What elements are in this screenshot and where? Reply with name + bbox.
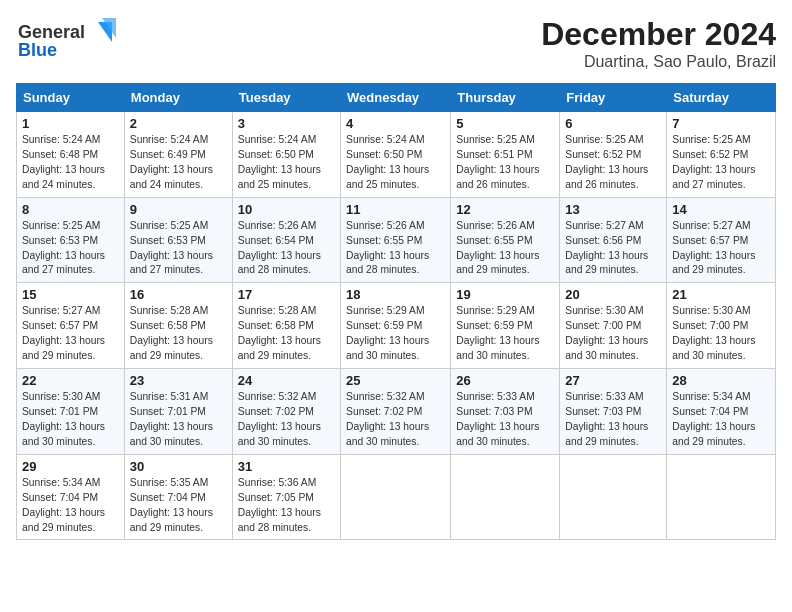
calendar-cell: 25Sunrise: 5:32 AMSunset: 7:02 PMDayligh…	[341, 369, 451, 455]
day-number: 27	[565, 373, 661, 388]
day-info: Sunrise: 5:36 AMSunset: 7:05 PMDaylight:…	[238, 476, 335, 536]
day-number: 29	[22, 459, 119, 474]
calendar-cell: 21Sunrise: 5:30 AMSunset: 7:00 PMDayligh…	[667, 283, 776, 369]
day-number: 21	[672, 287, 770, 302]
calendar-cell: 26Sunrise: 5:33 AMSunset: 7:03 PMDayligh…	[451, 369, 560, 455]
calendar-cell: 5Sunrise: 5:25 AMSunset: 6:51 PMDaylight…	[451, 112, 560, 198]
day-info: Sunrise: 5:35 AMSunset: 7:04 PMDaylight:…	[130, 476, 227, 536]
day-number: 1	[22, 116, 119, 131]
weekday-sunday: Sunday	[17, 84, 125, 112]
day-info: Sunrise: 5:25 AMSunset: 6:52 PMDaylight:…	[565, 133, 661, 193]
calendar-cell: 12Sunrise: 5:26 AMSunset: 6:55 PMDayligh…	[451, 197, 560, 283]
week-row-2: 8Sunrise: 5:25 AMSunset: 6:53 PMDaylight…	[17, 197, 776, 283]
weekday-thursday: Thursday	[451, 84, 560, 112]
day-number: 30	[130, 459, 227, 474]
calendar-cell: 19Sunrise: 5:29 AMSunset: 6:59 PMDayligh…	[451, 283, 560, 369]
calendar-cell: 11Sunrise: 5:26 AMSunset: 6:55 PMDayligh…	[341, 197, 451, 283]
day-number: 24	[238, 373, 335, 388]
day-info: Sunrise: 5:34 AMSunset: 7:04 PMDaylight:…	[672, 390, 770, 450]
calendar-table: SundayMondayTuesdayWednesdayThursdayFrid…	[16, 83, 776, 540]
day-info: Sunrise: 5:25 AMSunset: 6:53 PMDaylight:…	[130, 219, 227, 279]
day-number: 25	[346, 373, 445, 388]
day-info: Sunrise: 5:26 AMSunset: 6:54 PMDaylight:…	[238, 219, 335, 279]
week-row-5: 29Sunrise: 5:34 AMSunset: 7:04 PMDayligh…	[17, 454, 776, 540]
day-number: 2	[130, 116, 227, 131]
calendar-cell: 3Sunrise: 5:24 AMSunset: 6:50 PMDaylight…	[232, 112, 340, 198]
day-number: 14	[672, 202, 770, 217]
day-info: Sunrise: 5:31 AMSunset: 7:01 PMDaylight:…	[130, 390, 227, 450]
weekday-monday: Monday	[124, 84, 232, 112]
day-number: 26	[456, 373, 554, 388]
calendar-cell: 6Sunrise: 5:25 AMSunset: 6:52 PMDaylight…	[560, 112, 667, 198]
day-info: Sunrise: 5:34 AMSunset: 7:04 PMDaylight:…	[22, 476, 119, 536]
calendar-cell: 18Sunrise: 5:29 AMSunset: 6:59 PMDayligh…	[341, 283, 451, 369]
calendar-cell: 8Sunrise: 5:25 AMSunset: 6:53 PMDaylight…	[17, 197, 125, 283]
calendar-body: 1Sunrise: 5:24 AMSunset: 6:48 PMDaylight…	[17, 112, 776, 540]
calendar-cell	[341, 454, 451, 540]
day-info: Sunrise: 5:27 AMSunset: 6:56 PMDaylight:…	[565, 219, 661, 279]
day-info: Sunrise: 5:28 AMSunset: 6:58 PMDaylight:…	[130, 304, 227, 364]
calendar-cell	[451, 454, 560, 540]
svg-text:General: General	[18, 22, 85, 42]
day-number: 15	[22, 287, 119, 302]
day-number: 18	[346, 287, 445, 302]
calendar-cell: 16Sunrise: 5:28 AMSunset: 6:58 PMDayligh…	[124, 283, 232, 369]
calendar-cell	[560, 454, 667, 540]
calendar-cell: 24Sunrise: 5:32 AMSunset: 7:02 PMDayligh…	[232, 369, 340, 455]
day-number: 12	[456, 202, 554, 217]
calendar-cell: 4Sunrise: 5:24 AMSunset: 6:50 PMDaylight…	[341, 112, 451, 198]
calendar-cell: 14Sunrise: 5:27 AMSunset: 6:57 PMDayligh…	[667, 197, 776, 283]
logo-svg: General Blue	[16, 16, 126, 60]
day-info: Sunrise: 5:30 AMSunset: 7:01 PMDaylight:…	[22, 390, 119, 450]
calendar-cell: 15Sunrise: 5:27 AMSunset: 6:57 PMDayligh…	[17, 283, 125, 369]
day-info: Sunrise: 5:32 AMSunset: 7:02 PMDaylight:…	[346, 390, 445, 450]
weekday-header-row: SundayMondayTuesdayWednesdayThursdayFrid…	[17, 84, 776, 112]
day-number: 10	[238, 202, 335, 217]
day-info: Sunrise: 5:30 AMSunset: 7:00 PMDaylight:…	[672, 304, 770, 364]
day-number: 13	[565, 202, 661, 217]
day-number: 19	[456, 287, 554, 302]
weekday-saturday: Saturday	[667, 84, 776, 112]
day-info: Sunrise: 5:24 AMSunset: 6:50 PMDaylight:…	[346, 133, 445, 193]
day-number: 7	[672, 116, 770, 131]
weekday-tuesday: Tuesday	[232, 84, 340, 112]
day-info: Sunrise: 5:24 AMSunset: 6:49 PMDaylight:…	[130, 133, 227, 193]
day-info: Sunrise: 5:32 AMSunset: 7:02 PMDaylight:…	[238, 390, 335, 450]
day-info: Sunrise: 5:30 AMSunset: 7:00 PMDaylight:…	[565, 304, 661, 364]
day-number: 8	[22, 202, 119, 217]
day-number: 28	[672, 373, 770, 388]
calendar-cell: 13Sunrise: 5:27 AMSunset: 6:56 PMDayligh…	[560, 197, 667, 283]
weekday-wednesday: Wednesday	[341, 84, 451, 112]
month-title: December 2024	[541, 16, 776, 53]
calendar-cell: 2Sunrise: 5:24 AMSunset: 6:49 PMDaylight…	[124, 112, 232, 198]
day-number: 4	[346, 116, 445, 131]
calendar-cell: 27Sunrise: 5:33 AMSunset: 7:03 PMDayligh…	[560, 369, 667, 455]
day-number: 11	[346, 202, 445, 217]
day-info: Sunrise: 5:33 AMSunset: 7:03 PMDaylight:…	[565, 390, 661, 450]
calendar-cell: 30Sunrise: 5:35 AMSunset: 7:04 PMDayligh…	[124, 454, 232, 540]
calendar-cell: 20Sunrise: 5:30 AMSunset: 7:00 PMDayligh…	[560, 283, 667, 369]
day-info: Sunrise: 5:25 AMSunset: 6:51 PMDaylight:…	[456, 133, 554, 193]
day-info: Sunrise: 5:25 AMSunset: 6:53 PMDaylight:…	[22, 219, 119, 279]
day-info: Sunrise: 5:24 AMSunset: 6:50 PMDaylight:…	[238, 133, 335, 193]
day-number: 17	[238, 287, 335, 302]
day-number: 3	[238, 116, 335, 131]
week-row-1: 1Sunrise: 5:24 AMSunset: 6:48 PMDaylight…	[17, 112, 776, 198]
day-number: 20	[565, 287, 661, 302]
calendar-cell: 9Sunrise: 5:25 AMSunset: 6:53 PMDaylight…	[124, 197, 232, 283]
page-header: General Blue December 2024 Duartina, Sao…	[16, 16, 776, 71]
calendar-cell: 10Sunrise: 5:26 AMSunset: 6:54 PMDayligh…	[232, 197, 340, 283]
calendar-cell: 23Sunrise: 5:31 AMSunset: 7:01 PMDayligh…	[124, 369, 232, 455]
day-info: Sunrise: 5:28 AMSunset: 6:58 PMDaylight:…	[238, 304, 335, 364]
day-number: 9	[130, 202, 227, 217]
calendar-cell: 31Sunrise: 5:36 AMSunset: 7:05 PMDayligh…	[232, 454, 340, 540]
day-info: Sunrise: 5:26 AMSunset: 6:55 PMDaylight:…	[346, 219, 445, 279]
day-info: Sunrise: 5:29 AMSunset: 6:59 PMDaylight:…	[456, 304, 554, 364]
calendar-cell: 28Sunrise: 5:34 AMSunset: 7:04 PMDayligh…	[667, 369, 776, 455]
day-info: Sunrise: 5:26 AMSunset: 6:55 PMDaylight:…	[456, 219, 554, 279]
calendar-cell	[667, 454, 776, 540]
logo: General Blue	[16, 16, 126, 60]
day-number: 31	[238, 459, 335, 474]
calendar-cell: 22Sunrise: 5:30 AMSunset: 7:01 PMDayligh…	[17, 369, 125, 455]
day-info: Sunrise: 5:24 AMSunset: 6:48 PMDaylight:…	[22, 133, 119, 193]
